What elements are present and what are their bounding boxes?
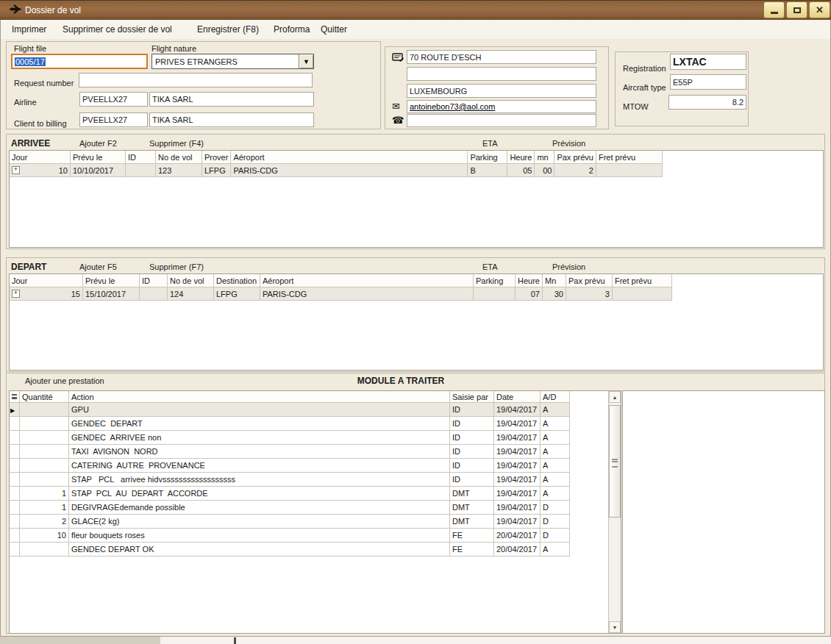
arrivee-delete-button[interactable]: Supprimer (F4)	[149, 139, 204, 148]
cell[interactable]: 3	[566, 287, 612, 301]
cell[interactable]: 30	[542, 287, 566, 301]
cell[interactable]: 05	[507, 164, 535, 177]
cell[interactable]: DEGIVRAGEdemande possible	[69, 501, 450, 515]
cell[interactable]: 2	[20, 515, 69, 529]
cell[interactable]	[474, 287, 516, 301]
cell[interactable]: 10/10/2017	[71, 164, 126, 177]
scrollbar-thumb[interactable]	[609, 405, 621, 518]
depart-delete-button[interactable]: Supprimer (F7)	[149, 262, 204, 271]
scroll-up-icon[interactable]: ▲	[609, 391, 621, 403]
cell[interactable]: A	[541, 403, 570, 417]
address-line1-input[interactable]: 70 ROUTE D'ESCH	[407, 50, 596, 64]
cell[interactable]: STAP PCL AU DEPART ACCORDE	[69, 487, 450, 501]
expand-icon[interactable]: +	[12, 166, 20, 174]
cell[interactable]: 10	[20, 529, 69, 543]
cell[interactable]: LFPG	[202, 164, 231, 177]
cell[interactable]: A	[541, 431, 570, 445]
cell[interactable]: 124	[168, 287, 214, 301]
cell[interactable]: GENDEC DEPART	[69, 417, 450, 431]
cell[interactable]: 19/04/2017	[494, 403, 541, 417]
cell[interactable]: ID	[450, 459, 494, 473]
cell[interactable]: 19/04/2017	[494, 445, 541, 459]
cell[interactable]: PARIS-CDG	[231, 164, 468, 177]
cell[interactable]: 123	[156, 164, 202, 177]
cell[interactable]: 07	[516, 287, 543, 301]
cell[interactable]	[126, 164, 156, 177]
cell[interactable]: DMT	[450, 501, 494, 515]
phone-input[interactable]	[407, 114, 596, 127]
cell[interactable]	[596, 164, 662, 177]
registration-input[interactable]: LXTAC	[670, 54, 746, 70]
cell[interactable]: A	[541, 473, 570, 487]
cell[interactable]: D	[541, 529, 570, 543]
row-selector[interactable]	[10, 501, 20, 515]
cell[interactable]	[612, 287, 671, 301]
cell[interactable]: GPU	[69, 403, 450, 417]
cell[interactable]: 19/04/2017	[494, 515, 541, 529]
cell[interactable]: fleur bouquets roses	[69, 529, 450, 543]
row-selector[interactable]	[10, 431, 20, 445]
cell[interactable]: GENDEC ARRIVEE non	[69, 431, 450, 445]
cell[interactable]: 19/04/2017	[494, 459, 541, 473]
cell[interactable]: TAXI AVIGNON NORD	[69, 445, 450, 459]
cell[interactable]: GLACE(2 kg)	[69, 515, 450, 529]
cell[interactable]: 1	[20, 501, 69, 515]
cell[interactable]	[20, 403, 69, 417]
cell[interactable]: DMT	[450, 515, 494, 529]
cell[interactable]: D	[541, 515, 570, 529]
menu-item-3[interactable]: Enregistrer (F8)	[197, 20, 259, 39]
cell[interactable]: STAP PCL arrivee hidvssssssssssssssssss	[69, 473, 450, 487]
cell[interactable]: 2	[554, 164, 596, 177]
cell[interactable]: 00	[535, 164, 554, 177]
flight-nature-select[interactable]: PRIVES ETRANGERS ▼	[151, 54, 314, 69]
cell[interactable]	[20, 431, 69, 445]
cell[interactable]: A	[541, 417, 570, 431]
cell-jour[interactable]: +10	[10, 164, 71, 177]
cell[interactable]: A	[541, 487, 570, 501]
menu-item-1[interactable]: Imprimer	[12, 20, 46, 39]
aircraft-type-input[interactable]: E55P	[670, 74, 746, 90]
cell[interactable]: 20/04/2017	[494, 529, 541, 543]
cell[interactable]: D	[541, 501, 570, 515]
row-selector[interactable]: ▶	[10, 403, 20, 417]
arrivee-add-button[interactable]: Ajouter F2	[79, 139, 117, 148]
cell[interactable]: LFPG	[214, 287, 260, 301]
request-number-input[interactable]	[79, 73, 313, 87]
row-selector[interactable]	[10, 543, 20, 557]
airline-name-input[interactable]: TIKA SARL	[149, 92, 314, 107]
row-selector[interactable]	[10, 487, 20, 501]
cell[interactable]: DMT	[450, 487, 494, 501]
row-selector[interactable]	[10, 529, 20, 543]
expand-icon[interactable]: +	[12, 290, 20, 298]
row-selector[interactable]	[10, 473, 20, 487]
depart-add-button[interactable]: Ajouter F5	[79, 262, 117, 271]
cell[interactable]	[20, 445, 69, 459]
minimize-button[interactable]	[763, 1, 785, 18]
client-code-input[interactable]: PVEELLX27	[79, 112, 148, 127]
cell[interactable]: A	[541, 543, 570, 557]
row-selector[interactable]	[10, 459, 20, 473]
cell[interactable]: ID	[450, 473, 494, 487]
cell[interactable]: FE	[450, 543, 494, 557]
email-link[interactable]: antoinebon73@aol.com	[410, 102, 495, 111]
cell[interactable]: FE	[450, 529, 494, 543]
cell[interactable]: ID	[450, 417, 494, 431]
cell[interactable]: ID	[450, 403, 494, 417]
mtow-input[interactable]: 8.2	[668, 95, 746, 110]
cell[interactable]: 1	[20, 487, 69, 501]
cell[interactable]	[20, 543, 69, 557]
cell[interactable]	[20, 473, 69, 487]
scroll-down-icon[interactable]: ▼	[609, 621, 621, 633]
cell[interactable]: 15/10/2017	[83, 287, 140, 301]
cell[interactable]: A	[541, 459, 570, 473]
address-line2-input[interactable]	[407, 67, 596, 81]
cell[interactable]: CATERING AUTRE PROVENANCE	[69, 459, 450, 473]
email-input[interactable]: antoinebon73@aol.com	[407, 100, 596, 113]
cell[interactable]: 19/04/2017	[494, 487, 541, 501]
menu-item-5[interactable]: Quitter	[321, 20, 347, 39]
row-selector[interactable]	[10, 417, 20, 431]
module-scrollbar[interactable]: ▲ ▼	[608, 391, 621, 633]
close-button[interactable]: ✕	[809, 1, 830, 18]
cell[interactable]: 19/04/2017	[494, 501, 541, 515]
airline-code-input[interactable]: PVEELLX27	[79, 92, 148, 107]
